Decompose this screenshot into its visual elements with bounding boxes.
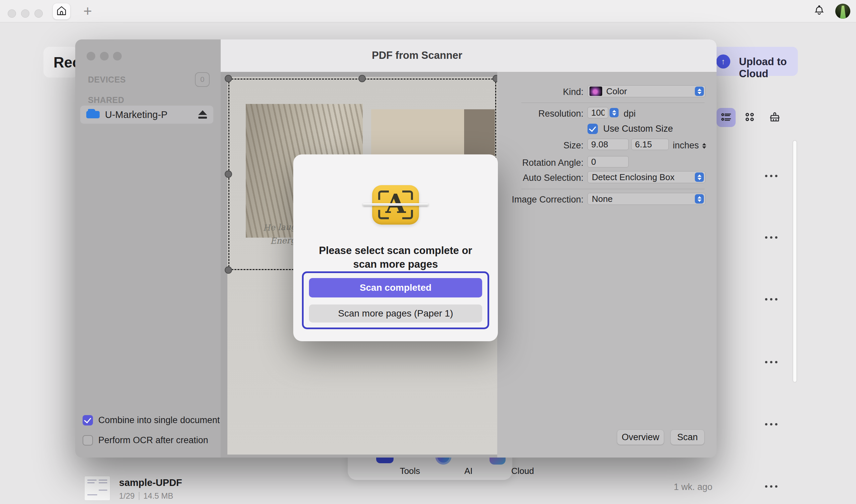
meta-divider xyxy=(139,492,139,500)
ocr-checkbox-label: Perform OCR after creation xyxy=(98,435,208,446)
dock-label: Cloud xyxy=(498,466,548,476)
scanner-sidebar: DEVICES 0 SHARED U-Marketing-P Combine i… xyxy=(75,39,221,457)
grid-view-toggle[interactable] xyxy=(740,108,759,127)
window-topbar: + xyxy=(0,0,856,22)
list-view-toggle[interactable] xyxy=(717,108,736,127)
size-unit-dropdown[interactable]: inches xyxy=(673,140,710,151)
scan-settings-panel: Kind: Color Resolution: dpi Use Custom S… xyxy=(497,72,717,457)
kind-label: Kind: xyxy=(477,87,584,97)
custom-size-checkbox[interactable] xyxy=(588,124,598,134)
dialog-header: PDF from Scanner xyxy=(221,39,717,72)
devices-section-label: DEVICES xyxy=(88,75,126,85)
file-meta: 1/29 14.5 MB xyxy=(119,491,173,501)
list-scrollbar[interactable] xyxy=(793,141,797,382)
dialog-title: PDF from Scanner xyxy=(372,50,462,61)
scan-complete-modal: A Please select scan complete or scan mo… xyxy=(293,155,498,341)
custom-size-row[interactable]: Use Custom Size xyxy=(588,124,673,134)
new-tab-button[interactable]: + xyxy=(80,3,95,19)
row-more-button[interactable] xyxy=(763,481,779,491)
file-list-item[interactable]: sample-UPDF 1/29 14.5 MB xyxy=(84,474,271,501)
resolution-label: Resolution: xyxy=(477,109,584,119)
shared-section-label: SHARED xyxy=(88,95,124,105)
kind-value: Color xyxy=(606,86,627,96)
rotation-input[interactable] xyxy=(588,156,629,167)
avatar-image xyxy=(840,6,846,19)
dialog-close-button[interactable] xyxy=(87,52,95,60)
scan-line-icon xyxy=(363,203,428,206)
close-window-button[interactable] xyxy=(8,10,16,18)
scan-button[interactable]: Scan xyxy=(671,430,705,445)
overview-button[interactable]: Overview xyxy=(617,430,664,445)
row-more-button[interactable] xyxy=(763,294,779,304)
scanner-device-icon xyxy=(86,111,100,118)
auto-selection-value: Detect Enclosing Box xyxy=(592,172,674,182)
file-modified-time: 1 wk. ago xyxy=(674,482,713,492)
auto-selection-stepper-icon[interactable] xyxy=(695,173,704,182)
selection-handle-sw[interactable] xyxy=(225,266,232,274)
minimize-window-button[interactable] xyxy=(21,10,30,18)
color-preview-thumb xyxy=(589,87,602,96)
image-correction-dropdown[interactable]: None xyxy=(588,193,706,205)
devices-count-badge: 0 xyxy=(195,72,210,87)
row-more-button[interactable] xyxy=(763,232,779,242)
home-tab-button[interactable] xyxy=(53,3,70,19)
settings-divider xyxy=(521,103,705,103)
size-height-input[interactable] xyxy=(631,139,669,150)
dialog-minimize-button[interactable] xyxy=(100,52,109,60)
upload-cloud-icon: ↑ xyxy=(716,54,730,69)
dialog-zoom-button[interactable] xyxy=(113,52,122,60)
image-correction-stepper-icon[interactable] xyxy=(695,194,704,203)
auto-selection-dropdown[interactable]: Detect Enclosing Box xyxy=(588,171,706,183)
image-correction-value: None xyxy=(592,194,612,204)
screen: + Rec ↑ Upload to Cloud xyxy=(0,0,856,504)
selection-handle-nw[interactable] xyxy=(225,75,232,82)
user-avatar[interactable] xyxy=(835,4,850,19)
bell-icon xyxy=(813,5,825,18)
row-more-button[interactable] xyxy=(763,419,779,429)
plus-icon: + xyxy=(83,3,92,19)
file-thumbnail xyxy=(84,476,110,501)
shared-device-row[interactable]: U-Marketing-P xyxy=(80,106,213,124)
size-label: Size: xyxy=(477,140,584,151)
list-view-icon xyxy=(720,111,732,124)
scan-more-pages-button[interactable]: Scan more pages (Paper 1) xyxy=(309,305,482,323)
settings-divider xyxy=(521,189,705,189)
notifications-button[interactable] xyxy=(812,5,826,18)
home-icon xyxy=(56,5,67,17)
zoom-window-button[interactable] xyxy=(34,10,43,18)
custom-size-label: Use Custom Size xyxy=(603,124,673,134)
grid-view-icon xyxy=(744,111,755,124)
combine-checkbox-label: Combine into single document xyxy=(98,415,220,426)
cleanup-toggle[interactable] xyxy=(765,108,784,127)
broom-icon xyxy=(769,111,781,124)
file-name: sample-UPDF xyxy=(119,477,182,488)
row-more-button[interactable] xyxy=(763,357,779,367)
size-width-input[interactable] xyxy=(588,139,629,150)
ocr-checkbox[interactable] xyxy=(83,435,93,446)
ocr-checkbox-row[interactable]: Perform OCR after creation xyxy=(83,435,208,446)
file-size: 14.5 MB xyxy=(143,491,173,501)
device-name: U-Marketing-P xyxy=(105,109,167,120)
unit-chevrons-icon xyxy=(702,143,706,149)
row-more-button[interactable] xyxy=(763,171,779,181)
resolution-stepper[interactable] xyxy=(610,108,619,117)
modal-button-group: Scan completed Scan more pages (Paper 1) xyxy=(302,271,489,329)
resolution-input[interactable] xyxy=(588,107,608,118)
file-pages: 1/29 xyxy=(119,491,135,501)
kind-dropdown[interactable]: Color xyxy=(588,85,706,97)
kind-stepper-icon[interactable] xyxy=(695,87,704,96)
selection-handle-n[interactable] xyxy=(358,75,366,82)
eject-icon[interactable] xyxy=(198,110,207,119)
upload-to-cloud-label: Upload to Cloud xyxy=(739,56,798,80)
modal-message: Please select scan complete or scan more… xyxy=(312,244,479,271)
combine-checkbox[interactable] xyxy=(83,415,93,426)
selection-handle-w[interactable] xyxy=(225,170,232,178)
combine-checkbox-row[interactable]: Combine into single document xyxy=(83,415,220,426)
resolution-unit: dpi xyxy=(624,109,650,119)
scan-completed-button[interactable]: Scan completed xyxy=(309,278,482,298)
